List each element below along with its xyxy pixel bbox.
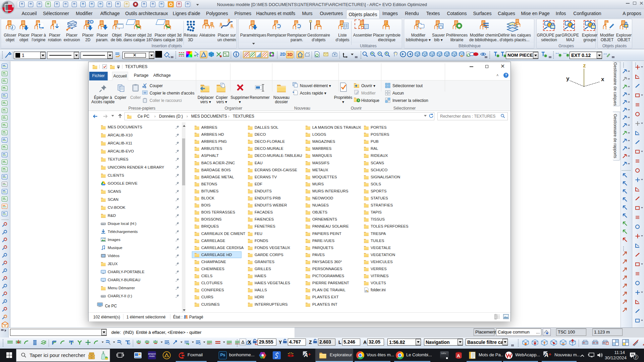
svg-text:z: z [583,63,586,69]
svg-text:y: y [566,75,570,82]
svg-text:A: A [457,353,460,358]
svg-text:x: x [601,76,604,82]
